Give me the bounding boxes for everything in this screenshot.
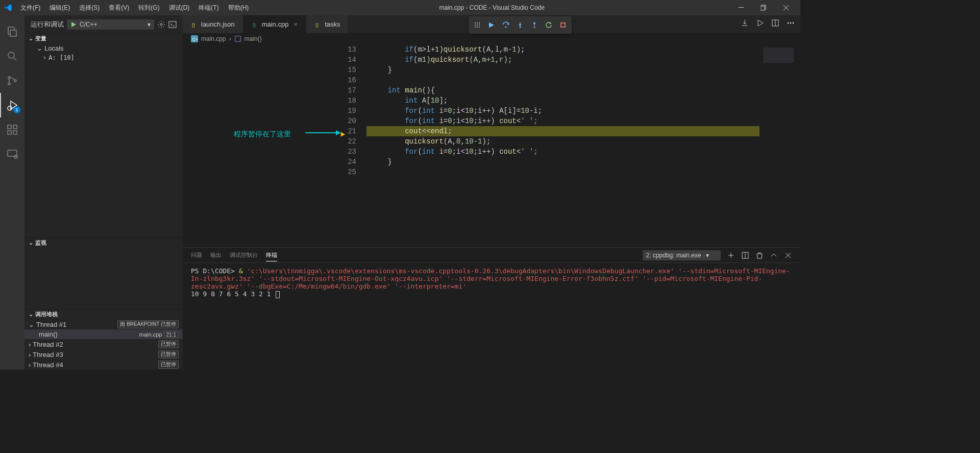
code-editor[interactable]: 程序暂停在了这里 13141516171819202122232425 if(m… [183, 44, 800, 247]
more-icon[interactable] [785, 17, 796, 29]
play-icon [70, 21, 77, 28]
tab-launch.json[interactable]: {}launch.json [183, 15, 243, 33]
run-icon[interactable] [754, 17, 766, 29]
close-button[interactable] [776, 0, 796, 15]
svg-point-33 [788, 22, 789, 24]
debug-drag-handle[interactable] [471, 18, 484, 32]
code-line-16[interactable] [366, 75, 760, 85]
svg-point-27 [479, 27, 480, 28]
svg-point-22 [475, 25, 476, 26]
svg-point-26 [477, 27, 478, 28]
svg-rect-38 [235, 36, 240, 42]
variables-panel-head[interactable]: ⌄变量 [24, 34, 183, 43]
debug-console-icon[interactable] [168, 20, 177, 29]
menu-item[interactable]: 查看(V) [105, 2, 133, 14]
tab-tasks[interactable]: {}tasks [306, 15, 349, 33]
menu-bar: 文件(F)编辑(E)选择(S)查看(V)转到(G)调试(D)终端(T)帮助(H) [16, 2, 253, 14]
continue-button[interactable] [485, 18, 498, 32]
activity-bar: 1 [0, 15, 24, 370]
watch-panel-head[interactable]: ⌄监视 [24, 238, 183, 248]
code-line-14[interactable]: if(m1)quicksort(A,m+1,r); [366, 55, 760, 65]
code-line-23[interactable]: for(int i=0;i<10;i++) cout<' '; [366, 147, 760, 157]
panel-tab-调试控制台[interactable]: 调试控制台 [230, 249, 258, 261]
code-line-22[interactable]: quicksort(A,0,10-1); [366, 136, 760, 147]
thread-item[interactable]: ⌄Thread #1因 BREAKPOINT 已暂停 [24, 319, 183, 329]
debug-config-select[interactable]: C/C++ ▾ [67, 19, 154, 30]
svg-text:C+: C+ [192, 37, 198, 42]
code-line-24[interactable]: } [366, 157, 760, 167]
new-terminal-icon[interactable] [727, 251, 735, 259]
code-line-19[interactable]: for(int i=0;i<10;i++) A[i]=10-i; [366, 106, 760, 116]
kill-terminal-icon[interactable] [755, 251, 764, 259]
code-line-13[interactable]: if(m>l+1)quicksort(A,l,m-1); [366, 44, 760, 55]
close-icon[interactable]: × [294, 20, 298, 28]
svg-rect-10 [13, 131, 17, 134]
locals-node[interactable]: ⌄Locals [33, 43, 183, 53]
download-icon[interactable] [739, 17, 750, 29]
svg-point-29 [520, 27, 521, 28]
panel-tab-终端[interactable]: 终端 [266, 249, 277, 261]
terminal[interactable]: PS D:\CODE> & 'c:\Users\tnnmigga\.vscode… [183, 263, 800, 370]
split-editor-icon[interactable] [770, 17, 781, 29]
menu-item[interactable]: 转到(G) [134, 2, 163, 14]
svg-point-30 [534, 27, 535, 28]
step-out-button[interactable] [528, 18, 541, 32]
menu-item[interactable]: 调试(D) [165, 2, 194, 14]
json-icon: {} [314, 21, 322, 28]
debug-toolbar [469, 16, 572, 34]
step-into-button[interactable] [513, 18, 527, 32]
extensions-icon[interactable] [0, 117, 24, 142]
panel-tab-问题[interactable]: 问题 [191, 249, 202, 261]
svg-rect-11 [13, 125, 17, 129]
terminal-cursor [276, 291, 280, 298]
code-line-25[interactable] [366, 167, 760, 177]
restart-button[interactable] [542, 18, 555, 32]
close-panel-icon[interactable] [784, 251, 792, 259]
debug-sidebar: 运行和调试 C/C++ ▾ ⌄变量 ⌄Locals ›A: [10] ⌄监视 ⌄… [24, 15, 183, 370]
panel-tab-输出[interactable]: 输出 [210, 249, 222, 261]
thread-item[interactable]: ›Thread #2已暂停 [24, 339, 183, 349]
tab-main.cpp[interactable]: {}main.cpp× [243, 15, 306, 33]
breadcrumb[interactable]: C+ main.cpp › main() [183, 33, 800, 44]
svg-text:{}: {} [315, 21, 319, 27]
svg-point-14 [160, 23, 162, 26]
svg-point-7 [8, 106, 12, 110]
code-line-21[interactable]: cout<<endl; [366, 126, 760, 136]
terminal-select[interactable]: 2: cppdbg: main.exe ▾ [643, 250, 721, 260]
debug-icon[interactable]: 1 [0, 93, 24, 117]
explorer-icon[interactable] [0, 19, 24, 44]
stack-frame[interactable]: main()main.cpp 21:1 [24, 329, 183, 339]
minimap[interactable] [760, 44, 800, 247]
debug-badge: 1 [13, 106, 20, 113]
search-icon[interactable] [0, 44, 24, 68]
svg-rect-2 [761, 6, 765, 10]
code-line-20[interactable]: for(int i=0;i<10;i++) cout<' '; [366, 116, 760, 126]
svg-point-23 [477, 25, 478, 26]
svg-point-20 [477, 22, 478, 23]
vscode-logo-icon [4, 4, 12, 12]
callstack-panel-head[interactable]: ⌄调用堆栈 [24, 309, 183, 319]
gear-icon[interactable] [157, 20, 165, 29]
menu-item[interactable]: 选择(S) [75, 2, 104, 14]
code-line-15[interactable]: } [366, 65, 760, 75]
chevron-up-icon[interactable] [770, 251, 778, 259]
code-line-18[interactable]: int A[10]; [366, 96, 760, 106]
scm-icon[interactable] [0, 68, 24, 93]
remote-icon[interactable] [0, 142, 24, 166]
code-line-17[interactable]: int main(){ [366, 85, 760, 96]
svg-point-19 [475, 22, 476, 23]
thread-item[interactable]: ›Thread #4已暂停 [24, 360, 183, 370]
svg-point-28 [505, 27, 507, 28]
step-over-button[interactable] [499, 18, 512, 32]
menu-item[interactable]: 编辑(E) [45, 2, 74, 14]
minimize-button[interactable] [731, 0, 751, 15]
menu-item[interactable]: 文件(F) [16, 2, 44, 14]
split-terminal-icon[interactable] [741, 251, 749, 259]
thread-item[interactable]: ›Thread #3已暂停 [24, 349, 183, 360]
variable-A[interactable]: ›A: [10] [33, 53, 183, 62]
menu-item[interactable]: 帮助(H) [224, 2, 253, 14]
maximize-button[interactable] [753, 0, 774, 15]
stop-button[interactable] [556, 18, 570, 32]
svg-point-34 [790, 22, 792, 24]
menu-item[interactable]: 终端(T) [194, 2, 223, 14]
